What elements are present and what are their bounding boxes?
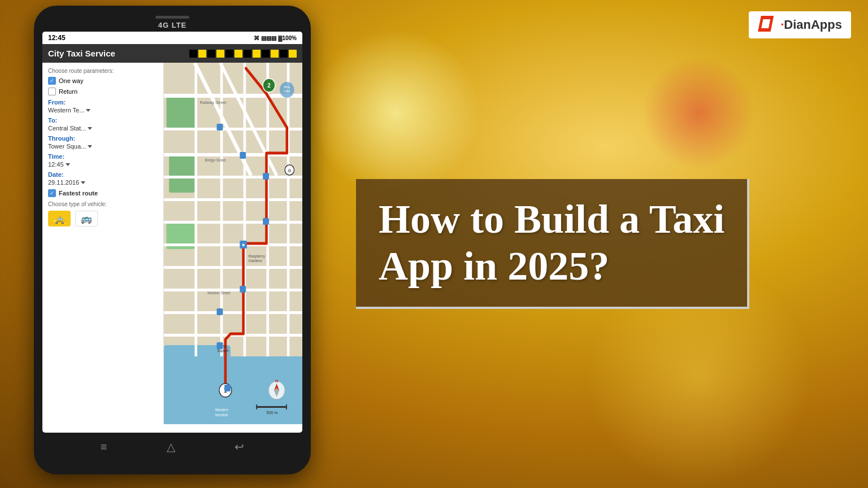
svg-text:Lake: Lake — [284, 89, 290, 93]
one-way-checkbox[interactable]: ✓ — [48, 77, 56, 85]
right-content: How to Build a Taxi App in 2025? — [322, 0, 868, 488]
svg-text:Blue: Blue — [284, 85, 290, 89]
svg-rect-13 — [164, 266, 302, 269]
app-title: City Taxi Service — [48, 49, 115, 58]
vehicle-bus-button[interactable]: 🚌 — [75, 211, 98, 226]
phone-bottom-nav: ≡ △ ↩ — [42, 433, 302, 461]
svg-rect-35 — [256, 406, 287, 408]
vehicle-type-label: Choose type of vehicle: — [48, 201, 158, 208]
app-header: City Taxi Service — [42, 44, 302, 63]
logo: ·DianApps — [749, 11, 851, 38]
taxi-sq-3 — [207, 50, 215, 58]
menu-nav-icon[interactable]: ≡ — [101, 441, 107, 454]
time-dropdown[interactable]: 12:45 — [48, 161, 158, 168]
from-dropdown-arrow — [86, 109, 90, 112]
svg-rect-45 — [240, 286, 246, 293]
phone-notch: 4G LTE — [42, 14, 302, 32]
taxi-sq-4 — [216, 50, 224, 58]
wifi-icon: ⌘ — [254, 35, 259, 41]
svg-rect-46 — [216, 308, 223, 315]
svg-rect-21 — [287, 63, 290, 356]
svg-text:500 m: 500 m — [266, 410, 277, 415]
date-dropdown-arrow — [81, 181, 85, 184]
headline-line2: App in 2025? — [379, 243, 609, 289]
time-value: 12:45 — [48, 161, 64, 168]
taxi-sq-7 — [244, 50, 251, 58]
taxi-sq-2 — [198, 50, 206, 58]
phone-body: 4G LTE 12:45 ⌘ ▤▤▤ ▓100% City Taxi Servi… — [34, 6, 311, 474]
from-label: From: — [48, 99, 158, 106]
svg-rect-48 — [224, 385, 231, 391]
svg-rect-7 — [164, 128, 302, 130]
time-label: Time: — [48, 153, 158, 160]
vehicle-icons: 🚕 🚌 — [48, 211, 158, 226]
map-area[interactable]: Railway Street Bridge Street Newton Stre… — [164, 63, 302, 424]
time-dropdown-arrow — [66, 163, 70, 166]
through-value: Tower Squa... — [48, 143, 86, 150]
fastest-route-row[interactable]: ✓ Fastest route — [48, 189, 158, 197]
to-dropdown-arrow — [88, 127, 92, 130]
date-dropdown[interactable]: 29.11.2016 — [48, 179, 158, 186]
svg-rect-12 — [164, 243, 302, 246]
return-checkbox[interactable] — [48, 88, 56, 95]
to-value: Central Stat... — [48, 125, 86, 132]
from-value: Western Te... — [48, 107, 84, 114]
network-label: 4G LTE — [42, 21, 302, 29]
battery-icon: ▓100% — [278, 35, 297, 41]
svg-rect-42 — [240, 152, 246, 159]
svg-rect-14 — [164, 289, 302, 291]
from-dropdown[interactable]: Western Te... — [48, 107, 158, 114]
svg-rect-3 — [167, 97, 197, 128]
svg-text:Bridge Street: Bridge Street — [205, 158, 226, 163]
taxi-pattern — [189, 50, 297, 58]
svg-text:Newton Street: Newton Street — [207, 291, 230, 295]
to-label: To: — [48, 117, 158, 124]
svg-rect-15 — [164, 311, 302, 314]
svg-rect-36 — [256, 404, 257, 409]
svg-text:Western: Western — [215, 408, 229, 412]
svg-rect-10 — [164, 198, 302, 201]
svg-rect-41 — [216, 124, 223, 130]
return-row[interactable]: Return — [48, 88, 158, 95]
signal-icon: ▤▤▤ — [261, 35, 276, 41]
status-bar: 12:45 ⌘ ▤▤▤ ▓100% — [42, 32, 302, 44]
taxi-sq-5 — [225, 50, 233, 58]
svg-text:2: 2 — [267, 82, 271, 89]
one-way-label: One way — [59, 77, 83, 84]
svg-text:Railway Street: Railway Street — [200, 100, 227, 105]
status-icons: ⌘ ▤▤▤ ▓100% — [254, 35, 297, 41]
map-svg: Railway Street Bridge Street Newton Stre… — [164, 63, 302, 424]
date-value: 29.11.2016 — [48, 179, 79, 186]
taxi-sq-11 — [280, 50, 288, 58]
taxi-sq-6 — [235, 50, 242, 58]
taxi-sq-1 — [189, 50, 197, 58]
phone-screen: 12:45 ⌘ ▤▤▤ ▓100% City Taxi Service — [42, 32, 302, 433]
taxi-sq-12 — [289, 50, 297, 58]
through-dropdown[interactable]: Tower Squa... — [48, 143, 158, 150]
headline-line1: How to Build a Taxi — [379, 197, 724, 242]
svg-text:Gardens: Gardens — [249, 259, 263, 263]
fastest-checkbox[interactable]: ✓ — [48, 189, 56, 197]
taxi-sq-9 — [262, 50, 270, 58]
home-nav-icon[interactable]: △ — [167, 440, 175, 454]
svg-rect-43 — [263, 173, 269, 180]
return-label: Return — [59, 88, 77, 95]
vehicle-car-button[interactable]: 🚕 — [48, 211, 71, 226]
headline-text: How to Build a Taxi App in 2025? — [379, 196, 724, 290]
svg-rect-44 — [263, 218, 269, 225]
fastest-label: Fastest route — [59, 190, 98, 197]
taxi-sq-8 — [253, 50, 261, 58]
back-nav-icon[interactable]: ↩ — [235, 440, 244, 454]
route-params-label: Choose route parameters: — [48, 67, 158, 75]
svg-text:terminal: terminal — [215, 413, 228, 417]
svg-rect-9 — [164, 176, 302, 178]
to-dropdown[interactable]: Central Stat... — [48, 125, 158, 132]
svg-text:N: N — [275, 378, 278, 384]
one-way-row[interactable]: ✓ One way — [48, 77, 158, 85]
svg-rect-37 — [286, 404, 287, 409]
svg-rect-17 — [194, 63, 197, 356]
svg-text:Square: Square — [217, 348, 229, 353]
logo-icon — [758, 16, 776, 34]
headline-box: How to Build a Taxi App in 2025? — [356, 179, 749, 309]
phone-device: 4G LTE 12:45 ⌘ ▤▤▤ ▓100% City Taxi Servi… — [34, 6, 311, 474]
